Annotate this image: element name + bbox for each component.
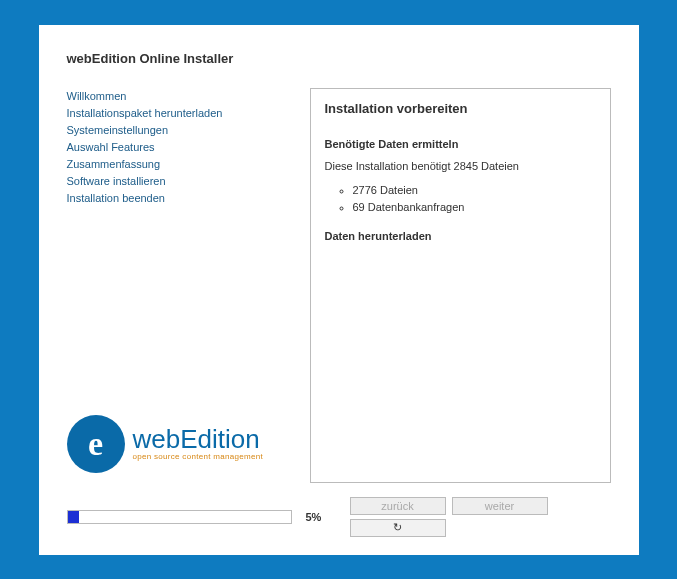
reload-icon: ↻ — [393, 521, 402, 534]
content-heading: Installation vorbereiten — [325, 101, 596, 116]
page-title: webEdition Online Installer — [67, 51, 611, 66]
logo-circle-icon: e — [67, 415, 125, 473]
list-item: 69 Datenbankanfragen — [353, 199, 596, 216]
nav-item-features[interactable]: Auswahl Features — [67, 139, 292, 156]
button-row-nav: zurück weiter — [350, 497, 548, 515]
nav-item-finish[interactable]: Installation beenden — [67, 190, 292, 207]
logo-tagline: open source content management — [133, 453, 263, 461]
progress-bar — [67, 510, 292, 524]
progress-fill — [68, 511, 79, 523]
next-button[interactable]: weiter — [452, 497, 548, 515]
nav-item-summary[interactable]: Zusammenfassung — [67, 156, 292, 173]
nav-list: Willkommen Installationspaket herunterla… — [67, 88, 292, 207]
list-item: 2776 Dateien — [353, 182, 596, 199]
content-subheading-data: Benötigte Daten ermitteln — [325, 138, 596, 150]
content-list: 2776 Dateien 69 Datenbankanfragen — [325, 182, 596, 216]
content-subheading-download: Daten herunterladen — [325, 230, 596, 242]
main-area: Willkommen Installationspaket herunterla… — [67, 88, 611, 483]
logo-brand-bold: Edition — [180, 424, 260, 454]
logo-brand-light: web — [133, 424, 181, 454]
logo-text: webEdition open source content managemen… — [133, 426, 263, 461]
nav-item-install-software[interactable]: Software installieren — [67, 173, 292, 190]
nav-item-welcome[interactable]: Willkommen — [67, 88, 292, 105]
button-row-reload: ↻ — [350, 519, 446, 537]
installer-panel: webEdition Online Installer Willkommen I… — [39, 25, 639, 555]
content-text-required: Diese Installation benötigt 2845 Dateien — [325, 160, 596, 172]
reload-button[interactable]: ↻ — [350, 519, 446, 537]
logo-brand: webEdition — [133, 426, 263, 452]
button-group: zurück weiter ↻ — [350, 497, 548, 537]
nav-item-download-package[interactable]: Installationspaket herunterladen — [67, 105, 292, 122]
footer: 5% zurück weiter ↻ — [67, 497, 611, 537]
progress-percent: 5% — [306, 511, 336, 523]
sidebar: Willkommen Installationspaket herunterla… — [67, 88, 292, 483]
content-panel: Installation vorbereiten Benötigte Daten… — [310, 88, 611, 483]
back-button[interactable]: zurück — [350, 497, 446, 515]
logo: e webEdition open source content managem… — [67, 415, 292, 473]
nav-item-system-settings[interactable]: Systemeinstellungen — [67, 122, 292, 139]
